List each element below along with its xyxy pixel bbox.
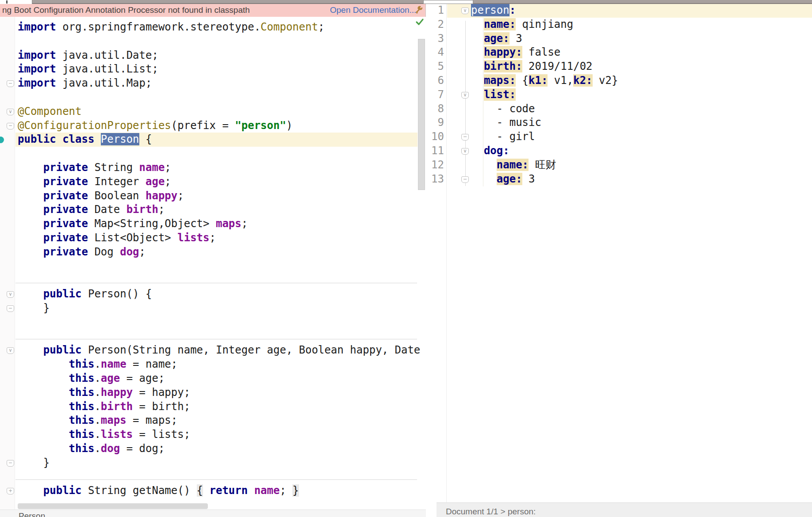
line-number: 3 [426, 32, 444, 46]
notification-banner: ng Boot Configuration Annotation Process… [0, 4, 426, 17]
java-code-line[interactable]: this.age = age; [18, 372, 165, 386]
yaml-code-line[interactable]: - code [471, 102, 535, 116]
java-code-line[interactable]: this.name = name; [18, 357, 177, 372]
fold-connector-line [465, 21, 466, 186]
java-code-line[interactable]: this.lists = lists; [18, 428, 190, 442]
line-number: 9 [426, 116, 444, 130]
yaml-code-line[interactable]: person: [471, 4, 516, 18]
java-code-line[interactable]: } [18, 301, 50, 316]
java-editor-gutter [0, 17, 15, 509]
java-code-line[interactable]: private String name; [18, 161, 171, 175]
line-number: 13 [426, 172, 444, 186]
method-separator [15, 339, 417, 339]
yaml-code-line[interactable]: name: qinjiang [471, 18, 573, 32]
horizontal-scrollbar[interactable] [18, 503, 208, 509]
active-tab-fragment[interactable] [0, 0, 32, 4]
java-code-line[interactable]: private Map<String,Object> maps; [18, 217, 248, 231]
line-number: 8 [426, 102, 444, 116]
java-code-line[interactable]: private Dog dog; [18, 245, 146, 259]
yaml-breadcrumb-bar: Document 1/1 > person: [437, 502, 812, 517]
line-number: 11 [426, 144, 444, 158]
fold-marker[interactable]: − [7, 460, 14, 467]
yaml-code-line[interactable]: list: [471, 88, 516, 102]
fold-marker[interactable]: ∨ [7, 109, 14, 115]
fold-marker[interactable]: − [7, 80, 14, 87]
line-number: 1 [426, 4, 444, 18]
java-code-line[interactable]: import java.util.Map; [18, 76, 152, 91]
java-code-line[interactable]: public class Person { [18, 133, 152, 147]
java-code-line[interactable]: public String getName() { return name; } [18, 484, 299, 498]
fold-marker[interactable]: ∨ [7, 347, 14, 354]
java-code-line[interactable]: this.dog = dog; [18, 442, 165, 456]
open-documentation-link[interactable]: Open Documentation... [330, 5, 416, 15]
java-breadcrumb[interactable]: Person [19, 511, 45, 517]
line-number: 12 [426, 158, 444, 172]
yaml-code-line[interactable]: happy: false [471, 46, 560, 60]
java-code-line[interactable]: public Person(String name, Integer age, … [18, 343, 420, 357]
fold-marker[interactable]: ∨ [461, 8, 469, 14]
line-number: 5 [426, 60, 444, 74]
java-code-line[interactable]: this.happy = happy; [18, 386, 190, 400]
yaml-code-line[interactable]: - girl [471, 130, 535, 144]
wrench-icon[interactable] [414, 5, 424, 15]
java-code-line[interactable]: @ConfigurationProperties(prefix = "perso… [18, 119, 292, 133]
java-code-line[interactable]: public Person() { [18, 287, 152, 301]
ide-window: ng Boot Configuration Annotation Process… [0, 0, 812, 517]
fold-marker[interactable]: ∨ [461, 148, 469, 155]
java-code-line[interactable]: private Boolean happy; [18, 189, 184, 203]
fold-marker[interactable]: − [7, 305, 14, 312]
tab-glyph [6, 0, 8, 4]
java-code-line[interactable]: } [18, 456, 50, 470]
fold-marker[interactable]: + [7, 488, 14, 494]
line-number: 10 [426, 130, 444, 144]
fold-marker[interactable]: − [461, 134, 469, 141]
fold-marker[interactable]: − [461, 176, 469, 183]
inspection-ok-icon[interactable] [415, 18, 424, 26]
yaml-code-line[interactable]: age: 3 [471, 32, 522, 46]
yaml-code-line[interactable]: age: 3 [471, 172, 535, 186]
yaml-code-line[interactable]: name: 旺财 [471, 158, 556, 172]
yaml-editor[interactable]: 1person:2 name: qinjiang3 age: 34 happy:… [426, 4, 812, 517]
java-code-line[interactable]: private Integer age; [18, 175, 171, 189]
java-code-line[interactable]: @Component [18, 105, 82, 119]
line-number: 6 [426, 74, 444, 88]
method-separator [15, 283, 417, 283]
tab-strip [32, 0, 812, 4]
java-editor[interactable]: import org.springframework.stereotype.Co… [0, 17, 426, 517]
java-code-line[interactable]: import org.springframework.stereotype.Co… [18, 20, 325, 34]
method-separator [15, 479, 417, 480]
yaml-code-line[interactable]: - music [471, 116, 541, 130]
java-code-line[interactable]: private List<Object> lists; [18, 231, 216, 245]
line-number: 7 [426, 88, 444, 102]
java-breadcrumb-bar: Person [0, 509, 426, 517]
java-code-line[interactable]: this.maps = maps; [18, 414, 177, 428]
yaml-code-line[interactable]: dog: [471, 144, 509, 158]
java-code-line[interactable]: this.birth = birth; [18, 400, 190, 414]
java-code-line[interactable]: import java.util.Date; [18, 49, 158, 63]
yaml-code-line[interactable]: birth: 2019/11/02 [471, 60, 593, 74]
yaml-tab-fragment[interactable] [423, 0, 473, 4]
vertical-scrollbar[interactable] [418, 39, 425, 190]
java-code-line[interactable]: private Date birth; [18, 203, 165, 217]
yaml-code-line[interactable]: maps: {k1: v1,k2: v2} [471, 74, 618, 88]
fold-marker[interactable]: ∨ [461, 92, 469, 99]
yaml-breadcrumb[interactable]: Document 1/1 > person: [446, 507, 536, 517]
line-number: 2 [426, 18, 444, 32]
java-code-line[interactable]: import java.util.List; [18, 62, 158, 76]
line-number: 4 [426, 46, 444, 60]
fold-marker[interactable]: ∨ [7, 291, 14, 298]
banner-message: ng Boot Configuration Annotation Process… [2, 5, 250, 15]
fold-marker[interactable]: − [7, 123, 14, 129]
